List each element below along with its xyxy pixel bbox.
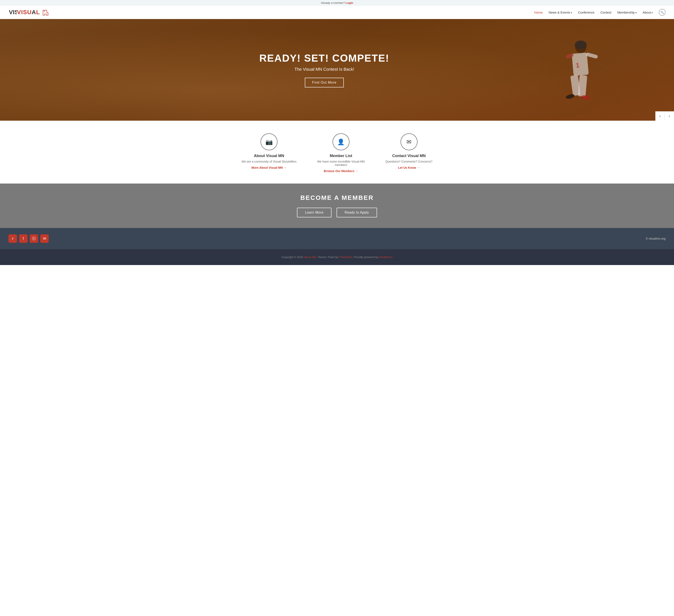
footer-top: 𝕣 f Ⓥ ✉ © visualmn.org [0,228,674,249]
slider-prev-button[interactable]: ‹ [655,111,665,121]
logo[interactable]: VIS VISUAL [8,9,49,16]
become-member-section: BECOME A MEMBER Learn More Ready to Appl… [0,183,674,228]
hero-title: READY! SET! COMPETE! [259,52,389,64]
members-description: We have some incredible Visual MN member… [314,160,368,167]
let-us-know-link[interactable]: Let Us Know [398,166,420,169]
nav-contest[interactable]: Contest [600,11,611,14]
logo-text: VISUAL [17,9,49,16]
about-icon-circle: 📷 [260,133,277,150]
browse-members-link[interactable]: Browse Our Members [324,169,358,173]
ready-to-apply-button[interactable]: Ready to Apply [337,208,377,217]
already-member-text: Already a member? [321,1,345,4]
feature-about: 📷 About Visual MN We are a community of … [241,133,296,173]
members-icon-circle: 👤 [333,133,349,150]
about-description: We are a community of Visual Storyteller… [241,160,296,163]
search-icon: 🔍 [660,11,664,14]
about-link[interactable]: More About Visual MN [251,166,287,169]
footer-copyright: © visualmn.org [646,237,666,240]
facebook-icon[interactable]: f [19,234,27,243]
login-link[interactable]: Login [346,1,353,4]
nav-conference[interactable]: Conference [578,11,594,14]
visual-mn-footer-link[interactable]: Visual MN [304,256,316,259]
search-button[interactable]: 🔍 [659,9,666,16]
main-nav: Home News & Events Conference Contest Me… [534,9,666,16]
contact-title: Contact Visual MN [385,154,433,158]
social-icons: 𝕣 f Ⓥ ✉ [8,234,49,243]
about-title: About Visual MN [241,154,296,158]
footer-bottom-text: Copyright © 2018 Visual MN. Theme: Flash… [8,256,666,259]
camera-icon: 📷 [265,138,273,145]
become-member-title: BECOME A MEMBER [8,194,666,201]
theme-link[interactable]: ThemeGrill [339,256,352,259]
hero-content: READY! SET! COMPETE! The Visual MN Conte… [259,52,389,88]
svg-rect-9 [578,75,587,97]
features-section: 📷 About Visual MN We are a community of … [0,121,674,183]
person-icon: 👤 [337,138,345,145]
learn-more-button[interactable]: Learn More [297,208,332,217]
footer-bottom: Copyright © 2018 Visual MN. Theme: Flash… [0,249,674,265]
contact-icon-circle: ✉ [401,133,418,150]
svg-marker-1 [43,10,48,15]
nav-news-events[interactable]: News & Events [549,11,572,14]
feature-contact: ✉ Contact Visual MN Questions? Comments?… [385,133,433,173]
nav-home[interactable]: Home [534,11,543,14]
twitter-symbol: 𝕣 [12,236,14,241]
player-illustration: 1 [535,36,607,121]
email-symbol: ✉ [43,236,46,241]
svg-rect-7 [585,52,598,59]
become-member-buttons: Learn More Ready to Apply [8,208,666,217]
svg-text:VIS: VIS [9,9,17,15]
svg-text:1: 1 [575,61,580,69]
members-title: Member List [314,154,368,158]
contact-description: Questions? Comments? Concerns? [385,160,433,163]
instagram-symbol: Ⓥ [32,236,36,241]
hero-section: 1 READY! SET! COMPETE! The Visual MN Con… [0,19,674,121]
twitter-icon[interactable]: 𝕣 [8,234,17,243]
instagram-icon[interactable]: Ⓥ [30,234,38,243]
top-bar: Already a member? Login [0,0,674,6]
slider-controls: ‹ › [655,111,674,121]
hero-subtitle: The Visual MN Contest Is Back! [259,67,389,72]
nav-about[interactable]: About [643,11,653,14]
email-icon[interactable]: ✉ [40,234,49,243]
wordpress-link[interactable]: WordPress [379,256,392,259]
site-header: VIS VISUAL Home News & Events Conference… [0,6,674,19]
hero-cta-button[interactable]: Find Out More [305,78,344,88]
facebook-symbol: f [23,237,24,241]
svg-point-3 [575,40,587,49]
nav-membership[interactable]: Membership [617,11,637,14]
feature-members: 👤 Member List We have some incredible Vi… [314,133,368,173]
slider-next-button[interactable]: › [665,111,674,121]
svg-rect-4 [572,52,589,76]
envelope-icon: ✉ [407,138,411,145]
